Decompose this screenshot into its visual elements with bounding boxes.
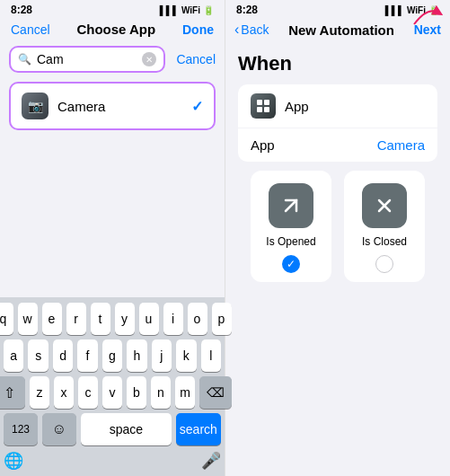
is-closed-radio[interactable]	[375, 255, 393, 273]
choose-app-title: Choose App	[76, 22, 155, 37]
when-section: When App App Camera	[225, 43, 450, 287]
key-d[interactable]: d	[53, 339, 73, 372]
search-icon: 🔍	[18, 53, 31, 66]
when-title: When	[238, 52, 437, 75]
camera-app-icon: 📷	[22, 93, 49, 119]
keyboard-row-2: a s d f g h j k l	[4, 339, 221, 372]
svg-rect-3	[257, 107, 262, 112]
svg-rect-1	[257, 100, 262, 105]
is-opened-radio[interactable]: ✓	[282, 255, 300, 273]
keyboard: q w e r t y u i o p a s d f g h j k l ⇧ …	[0, 297, 225, 476]
svg-line-5	[286, 200, 296, 211]
keyboard-row-1: q w e r t y u i o p	[4, 303, 221, 335]
svg-rect-4	[264, 107, 269, 112]
key-y[interactable]: y	[115, 303, 135, 335]
app-value-row[interactable]: App Camera	[238, 128, 437, 162]
is-opened-label: Is Opened	[266, 235, 315, 248]
left-status-bar: 8:28 ▌▌▌ WiFi 🔋	[0, 0, 225, 18]
emoji-key[interactable]: ☺	[42, 413, 76, 445]
battery-icon: 🔋	[203, 5, 214, 15]
search-key[interactable]: search	[176, 413, 221, 445]
search-cancel-button[interactable]: Cancel	[171, 52, 216, 66]
key-f[interactable]: f	[77, 339, 97, 372]
key-l[interactable]: l	[201, 339, 221, 372]
key-q[interactable]: q	[0, 303, 13, 335]
left-status-icons: ▌▌▌ WiFi 🔋	[160, 5, 214, 15]
key-x[interactable]: x	[54, 376, 74, 409]
is-closed-label: Is Closed	[362, 235, 407, 248]
camera-app-name: Camera	[57, 99, 182, 114]
wifi-icon: WiFi	[181, 5, 200, 15]
app-type-icon	[251, 93, 276, 119]
key-h[interactable]: h	[127, 339, 146, 372]
back-label: Back	[241, 22, 269, 37]
search-bar[interactable]: 🔍 Cam ✕	[9, 46, 165, 73]
key-o[interactable]: o	[188, 303, 207, 335]
app-value: Camera	[377, 137, 425, 153]
right-time: 8:28	[236, 4, 258, 16]
key-j[interactable]: j	[152, 339, 172, 372]
key-i[interactable]: i	[163, 303, 183, 335]
left-panel: 8:28 ▌▌▌ WiFi 🔋 Cancel Choose App Done 🔍…	[0, 0, 225, 476]
when-card: App App Camera	[238, 84, 437, 162]
open-closed-section: Is Opened ✓ Is Closed	[238, 171, 437, 282]
key-k[interactable]: k	[176, 339, 196, 372]
key-p[interactable]: p	[212, 303, 232, 335]
app-list: 📷 Camera ✓	[9, 82, 216, 130]
left-nav-bar: Cancel Choose App Done	[0, 18, 225, 42]
key-u[interactable]: u	[139, 303, 159, 335]
camera-app-item[interactable]: 📷 Camera ✓	[11, 84, 214, 128]
next-button[interactable]: Next	[414, 22, 441, 37]
is-opened-icon	[269, 183, 313, 228]
key-r[interactable]: r	[66, 303, 86, 335]
key-g[interactable]: g	[102, 339, 122, 372]
key-b[interactable]: b	[127, 376, 146, 409]
key-w[interactable]: w	[18, 303, 38, 335]
keyboard-row-3: ⇧ z x c v b n m ⌫	[4, 376, 221, 409]
automation-title: New Automation	[288, 22, 394, 38]
key-t[interactable]: t	[91, 303, 110, 335]
delete-key[interactable]: ⌫	[199, 376, 232, 409]
numbers-key[interactable]: 123	[4, 413, 38, 445]
keyboard-bottom-row: 123 ☺ space search	[4, 413, 221, 445]
right-panel: 8:28 ▌▌▌ WiFi 🔋 ‹ Back New Automation Ne…	[225, 0, 450, 476]
key-z[interactable]: z	[30, 376, 49, 409]
signal-icon-right: ▌▌▌	[385, 5, 404, 15]
key-a[interactable]: a	[4, 339, 23, 372]
key-m[interactable]: m	[175, 376, 195, 409]
signal-icon: ▌▌▌	[160, 5, 179, 15]
app-label: App	[251, 137, 368, 153]
clear-button[interactable]: ✕	[142, 52, 156, 66]
key-s[interactable]: s	[28, 339, 48, 372]
selected-checkmark: ✓	[191, 98, 203, 115]
is-closed-option[interactable]: Is Closed	[344, 171, 425, 282]
back-chevron-icon: ‹	[234, 22, 239, 38]
mic-icon[interactable]: 🎤	[201, 451, 221, 471]
right-nav-bar: ‹ Back New Automation Next	[225, 18, 450, 43]
done-button[interactable]: Done	[182, 22, 214, 37]
shift-key[interactable]: ⇧	[0, 376, 25, 409]
globe-icon[interactable]: 🌐	[4, 451, 23, 471]
is-opened-option[interactable]: Is Opened ✓	[251, 171, 331, 282]
search-bar-container: 🔍 Cam ✕ Cancel	[0, 42, 225, 76]
key-c[interactable]: c	[78, 376, 98, 409]
back-button[interactable]: ‹ Back	[234, 22, 269, 38]
search-input[interactable]: Cam	[37, 52, 137, 66]
svg-rect-2	[264, 100, 269, 105]
app-type-row[interactable]: App	[238, 84, 437, 128]
next-button-container: Next	[414, 22, 441, 38]
key-e[interactable]: e	[42, 303, 62, 335]
app-type-label: App	[285, 99, 425, 114]
cancel-button[interactable]: Cancel	[11, 22, 50, 37]
is-closed-icon	[362, 183, 407, 228]
left-time: 8:28	[11, 4, 32, 16]
key-v[interactable]: v	[102, 376, 122, 409]
space-key[interactable]: space	[81, 413, 172, 445]
key-n[interactable]: n	[151, 376, 171, 409]
